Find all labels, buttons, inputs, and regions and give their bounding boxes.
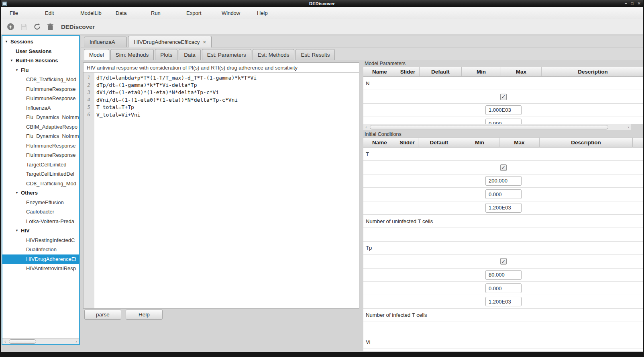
column-header[interactable]: Min [462,67,501,77]
tree-item[interactable]: ▼ DualInfection [2,245,79,254]
variable-description: Number of infected T cells [363,309,644,322]
column-header[interactable]: Max [499,137,540,148]
tree-item[interactable]: ▼ HIVRestingInfectedC [2,236,79,245]
column-header [633,137,644,148]
view-tab[interactable]: Model [84,49,109,60]
max-value-input[interactable] [485,203,522,213]
tree-item[interactable]: ▼ FluImmuneResponse [2,94,79,103]
tree-item[interactable]: ▼ Flu_Dynamics_NoImm [2,113,79,122]
model-editor-panel: HIV antiviral response with consideratio… [83,62,359,309]
tree-item[interactable]: ▼ Lotka-Volterra-Preda [2,217,79,226]
menu-item[interactable]: Run [151,10,186,16]
maximize-icon[interactable]: □ [631,0,634,7]
column-header[interactable]: Max [501,67,542,77]
tree-item[interactable]: ▼ FluImmuneResponse [2,141,79,151]
tree-item[interactable]: ▼ Built-in Sessions [2,56,79,66]
tree-item[interactable]: ▼ TargetCellLimitedDel [2,169,79,179]
min-value-input[interactable] [485,119,522,124]
column-header[interactable]: Slider [396,67,420,77]
refresh-icon[interactable] [33,23,41,31]
document-tab[interactable]: HIVDrugAdherenceEfficacy × [128,36,212,47]
view-tab[interactable]: Est: Results [296,49,335,60]
tree-item[interactable]: ▼ TargetCellLimited [2,160,79,170]
column-header[interactable]: Description [540,137,633,148]
window-title: DEDiscover [0,1,644,6]
expander-arrow-icon[interactable]: ▼ [10,59,16,62]
tree-item[interactable]: ▼ User Sessions [2,47,79,56]
scroll-right-icon[interactable]: › [73,339,79,345]
min-value-input[interactable] [485,283,522,293]
scroll-left-icon[interactable]: ‹ [2,339,8,345]
tree-item[interactable]: ▼ HIV [2,226,79,236]
tree-item-label: EnzymeEffusion [26,199,64,205]
trash-icon[interactable] [46,23,54,31]
expander-arrow-icon[interactable]: ▼ [15,229,21,232]
column-header[interactable]: Default [420,67,462,77]
slider-checkbox[interactable]: ✓ [500,164,507,171]
view-tab[interactable]: Data [179,49,201,60]
menu-item[interactable]: Edit [45,10,80,16]
menu-item[interactable]: Window [222,10,257,16]
menu-item[interactable]: Help [257,10,292,16]
scroll-left-icon[interactable]: ‹ [363,124,369,130]
slider-checkbox[interactable]: ✓ [500,258,507,265]
min-value-input[interactable] [485,189,522,199]
expander-arrow-icon[interactable]: ▼ [15,68,21,72]
model-description-field[interactable]: HIV antiviral response with consideratio… [84,63,359,73]
help-button[interactable]: Help [126,310,163,320]
tab-close-icon[interactable]: × [203,39,206,45]
close-icon[interactable]: ✕ [638,0,641,7]
column-header[interactable]: Default [418,137,460,148]
tree-item[interactable]: ▼ FluImmuneResponse [2,150,79,160]
menu-item[interactable]: ModelLib [80,10,116,16]
column-header[interactable]: Slider [396,137,418,148]
slider-checkbox[interactable]: ✓ [500,94,507,100]
default-value-input[interactable] [485,176,522,186]
tree-item[interactable]: ▼ Caulobacter [2,207,79,217]
menu-item[interactable]: Data [116,10,151,16]
add-icon[interactable]: + [6,23,14,31]
tree-item[interactable]: ▼ Flu [2,66,79,75]
default-value-input[interactable] [485,270,522,280]
tree-item-label: HIV [21,228,30,234]
column-header[interactable]: Name [363,67,396,77]
view-tab[interactable]: Est: Parameters [202,49,251,60]
tree-item[interactable]: ▼ CD8_Trafficking_Mod [2,179,79,189]
max-value-input[interactable] [485,297,522,306]
initial-conditions-title: Initial Conditions [363,131,644,137]
tree-item[interactable]: ▼ CBIM_AdaptiveRespo [2,122,79,132]
default-value-input[interactable] [485,105,522,115]
window-bottom-border [0,352,644,357]
tree-item[interactable]: ▼ Flu_Dynamics_NoImm [2,131,79,141]
tree-item[interactable]: ▼ HIVDrugAdherenceEf [2,254,79,264]
view-tab[interactable]: Plots [155,49,177,60]
tree-item[interactable]: ▼ FluImmuneResponse [2,84,79,94]
column-header[interactable]: Min [460,137,499,148]
view-tab[interactable]: Sim: Methods [110,49,154,60]
document-tab[interactable]: InfluenzaA × [84,37,127,47]
scroll-right-icon[interactable]: › [626,124,631,130]
tree-item[interactable]: ▼ Sessions [2,37,79,47]
expander-arrow-icon[interactable]: ▼ [15,191,21,195]
tree-horizontal-scrollbar[interactable]: ‹ › [2,338,79,344]
minimize-icon[interactable]: – [625,0,627,7]
tree-item[interactable]: ▼ InfluenzaA [2,103,79,113]
equation-editor[interactable]: 1 dT/dt=lambda+p*T*(1-T/T_max)-d_T*T-(1-… [84,73,359,308]
view-tab-label: Plots [160,52,172,58]
column-header[interactable]: Description [542,67,644,77]
tree-item[interactable]: ▼ CD8_Trafficking_Mod [2,75,79,84]
column-header[interactable]: Name [363,137,396,148]
tree-item-label: FluImmuneResponse [26,95,76,101]
model-parameters-table: N ✓ Number of new virions produced per i… [363,77,644,124]
line-number: 6 [84,112,94,117]
tree-item[interactable]: ▼ HIVAntiretroviralResp [2,264,79,273]
tree-item[interactable]: ▼ Others [2,188,79,198]
parameters-horizontal-scrollbar[interactable]: ‹ › [363,124,631,130]
parse-button[interactable]: parse [84,310,121,320]
tree-item[interactable]: ▼ EnzymeEffusion [2,198,79,207]
view-tab[interactable]: Est: Methods [253,49,295,60]
expander-arrow-icon[interactable]: ▼ [5,40,10,43]
menu-item[interactable]: Export [186,10,222,16]
tree-item-label: CD8_Trafficking_Mod [26,76,76,82]
menu-item[interactable]: File [10,10,45,16]
